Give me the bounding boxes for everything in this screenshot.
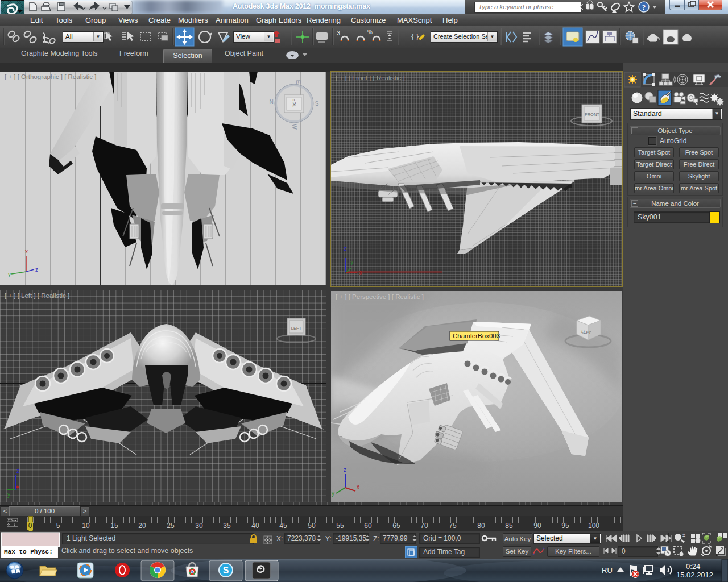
svg-text:W: W (291, 124, 297, 130)
svg-text:[ + ] [ Perspective ] [ Realis: [ + ] [ Perspective ] [ Realistic ] (336, 293, 424, 300)
svg-text:FRONT: FRONT (585, 112, 599, 117)
svg-text:±: ± (682, 532, 685, 538)
svg-text:{}: {} (411, 32, 420, 41)
svg-text:x: x (359, 269, 362, 276)
svg-text:x: x (357, 484, 359, 490)
svg-text:ChamferBox003: ChamferBox003 (453, 332, 500, 339)
svg-text:z: z (344, 467, 346, 473)
svg-text:y: y (332, 490, 334, 497)
svg-text:z: z (35, 267, 38, 273)
svg-text:?: ? (642, 3, 646, 11)
svg-text:TOP: TOP (292, 99, 296, 107)
svg-text:[ + ] [ Orthographic ] [ Reali: [ + ] [ Orthographic ] [ Realistic ] (5, 73, 96, 80)
svg-text:0:24: 0:24 (686, 562, 700, 571)
svg-text:y: y (350, 259, 353, 265)
svg-text:z: z (16, 468, 19, 474)
svg-text:LEFT: LEFT (291, 326, 302, 331)
svg-text:RU: RU (602, 566, 613, 575)
svg-text:y: y (8, 271, 11, 277)
svg-text:E: E (295, 80, 301, 84)
svg-text:%: % (367, 29, 373, 35)
svg-text:S: S (315, 101, 319, 107)
svg-text:N: N (269, 99, 273, 105)
svg-text:[ + ] [ Front ] [ Realistic ]: [ + ] [ Front ] [ Realistic ] (336, 74, 405, 81)
svg-text:y: y (7, 492, 10, 498)
svg-text:S: S (223, 566, 229, 575)
svg-text:[ + ] [ Left ] [ Realistic ]: [ + ] [ Left ] [ Realistic ] (5, 292, 69, 299)
svg-text:15.02.2012: 15.02.2012 (676, 571, 713, 579)
svg-text:x: x (25, 248, 28, 255)
svg-text:z: z (344, 246, 346, 252)
svg-text:3: 3 (337, 30, 340, 36)
